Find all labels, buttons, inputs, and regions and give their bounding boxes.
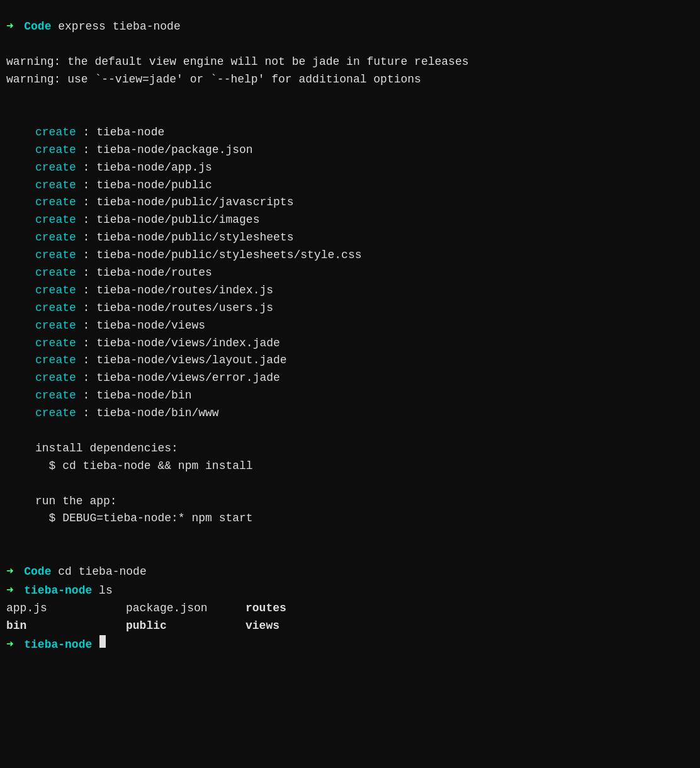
create-line: create : tieba-node/routes/users.js [0,300,700,317]
create-keyword: create [35,264,76,282]
create-path: : tieba-node/views/layout.jade [76,352,287,370]
create-path: : tieba-node/views/error.jade [76,370,280,387]
create-line: create : tieba-node/public/stylesheets [0,229,700,247]
prompt-arrow: ➜ [6,636,13,654]
create-line: create : tieba-node/routes/index.js [0,282,700,300]
create-path: : tieba-node/bin/www [76,405,219,422]
prompt-cmd: express tieba-node [51,18,180,36]
empty-line [0,89,700,106]
terminal-line: ➜ tieba-node ls [0,582,700,600]
create-path: : tieba-node/routes/users.js [76,300,273,317]
create-line: create : tieba-node/views [0,317,700,335]
create-line: create : tieba-node/public/stylesheets/s… [0,247,700,264]
create-line: create : tieba-node/public [0,177,700,195]
empty-line [0,36,700,54]
create-path: : tieba-node/public/stylesheets [76,229,294,247]
create-path: : tieba-node [76,124,164,142]
create-path: : tieba-node/views [76,317,205,335]
ls-col: app.js [6,600,126,618]
create-path: : tieba-node/app.js [76,159,212,177]
prompt-arrow: ➜ [6,582,13,600]
create-line: create : tieba-node [0,124,700,142]
info-line: $ cd tieba-node && npm install [0,458,700,475]
empty-line [0,528,700,545]
prompt-cmd: ls [92,582,112,600]
plain-text: install dependencies: [35,440,178,458]
create-keyword: create [35,247,76,264]
warning-text: warning: use `--view=jade' or `--help' f… [6,71,421,89]
create-path: : tieba-node/package.json [76,142,253,159]
create-keyword: create [35,300,76,317]
create-keyword: create [35,317,76,335]
create-path: : tieba-node/views/index.jade [76,335,280,353]
create-keyword: create [35,159,76,177]
create-line: create : tieba-node/app.js [0,159,700,177]
create-keyword: create [35,212,76,229]
create-path: : tieba-node/routes/index.js [76,282,273,300]
create-path: : tieba-node/public/javascripts [76,194,294,212]
empty-line [0,422,700,440]
terminal-line-active[interactable]: ➜ tieba-node [0,635,700,654]
warning-text: warning: the default view engine will no… [6,54,469,71]
create-path: : tieba-node/bin [76,387,192,405]
prompt-dir: Code [17,18,51,36]
create-keyword: create [35,335,76,353]
prompt-arrow: ➜ [6,563,13,581]
info-line: install dependencies: [0,440,700,458]
create-keyword: create [35,405,76,422]
ls-output-row: bin public views [0,618,700,635]
create-path: : tieba-node/public/images [76,212,260,229]
create-keyword: create [35,370,76,387]
warning-line: warning: the default view engine will no… [0,54,700,71]
ls-col: public [126,618,246,635]
terminal-cursor [99,635,106,648]
plain-text: run the app: [35,493,117,511]
create-keyword: create [35,194,76,212]
terminal-line: ➜ Code express tieba-node [0,18,700,36]
create-keyword: create [35,142,76,159]
terminal-line: ➜ Code cd tieba-node [0,563,700,581]
plain-text: $ cd tieba-node && npm install [35,458,253,475]
prompt-cmd: cd tieba-node [51,563,146,581]
create-line: create : tieba-node/views/index.jade [0,335,700,353]
ls-col: routes [246,600,365,618]
create-line: create : tieba-node/routes [0,264,700,282]
ls-col: package.json [126,600,246,618]
create-line: create : tieba-node/bin/www [0,405,700,422]
prompt-cmd [92,636,99,654]
create-line: create : tieba-node/views/error.jade [0,370,700,387]
create-path: : tieba-node/public [76,177,212,195]
create-line: create : tieba-node/public/javascripts [0,194,700,212]
ls-output-row: app.js package.json routes [0,600,700,618]
empty-line [0,475,700,493]
create-path: : tieba-node/routes [76,264,212,282]
create-keyword: create [35,124,76,142]
prompt-dir: tieba-node [17,636,92,654]
ls-col: bin [6,618,126,635]
create-keyword: create [35,352,76,370]
empty-line [0,106,700,124]
create-path: : tieba-node/public/stylesheets/style.cs… [76,247,362,264]
prompt-arrow: ➜ [6,18,13,36]
create-line: create : tieba-node/package.json [0,142,700,159]
create-keyword: create [35,282,76,300]
create-line: create : tieba-node/bin [0,387,700,405]
prompt-dir: tieba-node [17,582,92,600]
prompt-dir: Code [17,563,51,581]
create-line: create : tieba-node/views/layout.jade [0,352,700,370]
warning-line: warning: use `--view=jade' or `--help' f… [0,71,700,89]
create-keyword: create [35,177,76,195]
info-line: $ DEBUG=tieba-node:* npm start [0,510,700,528]
terminal: ➜ Code express tieba-node warning: the d… [0,11,700,768]
plain-text: $ DEBUG=tieba-node:* npm start [35,510,253,528]
empty-line [0,545,700,563]
create-keyword: create [35,229,76,247]
create-keyword: create [35,387,76,405]
info-line: run the app: [0,493,700,511]
ls-col: views [246,618,365,635]
create-line: create : tieba-node/public/images [0,212,700,229]
